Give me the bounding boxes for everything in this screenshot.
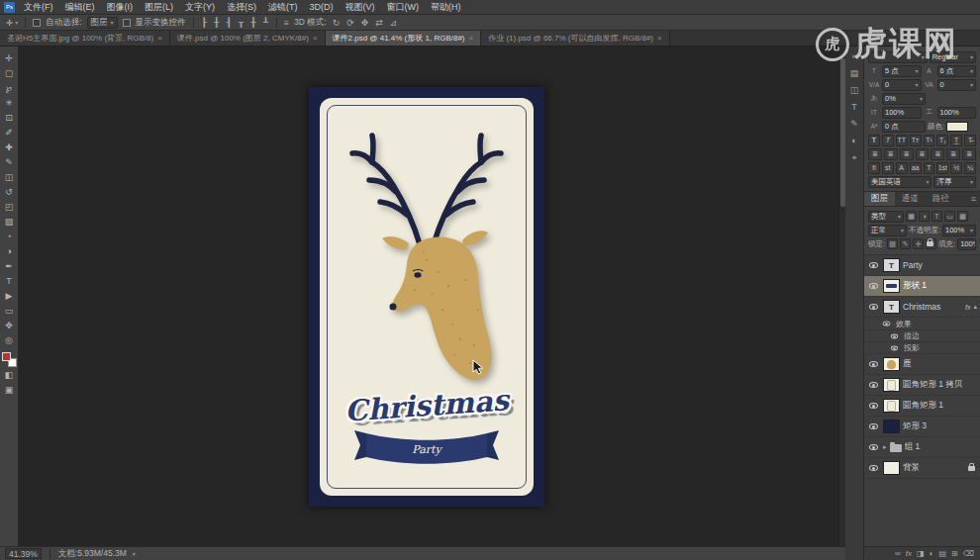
swash-button[interactable]: A: [896, 162, 908, 174]
close-icon[interactable]: ×: [657, 34, 662, 43]
menu-filter[interactable]: 滤镜(T): [262, 1, 304, 14]
3d-scale-button[interactable]: ⊿: [389, 18, 399, 28]
align-center-text-button[interactable]: ≣: [884, 148, 898, 160]
layer-name[interactable]: 鹿: [903, 358, 977, 370]
visibility-eye-icon[interactable]: [867, 465, 880, 471]
superscript-button[interactable]: T¹: [924, 135, 935, 146]
layer-row-party[interactable]: T Party: [864, 255, 980, 276]
3d-drag-button[interactable]: ✥: [360, 18, 370, 28]
3d-rotate-button[interactable]: ↻: [332, 18, 342, 28]
layer-row-shape-1-selected[interactable]: 形状 1: [864, 276, 980, 297]
3d-slide-button[interactable]: ⇄: [374, 18, 384, 28]
tab-channels[interactable]: 通道: [895, 192, 926, 206]
type-tool[interactable]: T: [1, 274, 18, 288]
close-icon[interactable]: ×: [157, 34, 162, 43]
menu-select[interactable]: 选择(S): [221, 1, 262, 14]
dark-shape-thumbnail[interactable]: [883, 420, 900, 433]
align-middle-v-button[interactable]: ╂: [249, 18, 256, 28]
opacity-input[interactable]: 100% ▾: [942, 225, 976, 236]
align-right-text-button[interactable]: ≣: [900, 148, 914, 160]
shape-layer-thumbnail[interactable]: [883, 399, 900, 413]
vertical-scale-input[interactable]: 100%: [882, 107, 922, 119]
pen-tool[interactable]: ✒: [1, 259, 18, 273]
layer-row-christmas[interactable]: T Christmas fx ▴: [864, 297, 980, 318]
menu-window[interactable]: 窗口(W): [381, 1, 426, 14]
layer-row-deer[interactable]: 鹿: [864, 354, 980, 375]
fractions-button[interactable]: ½: [950, 162, 962, 174]
visibility-eye-icon[interactable]: [867, 304, 880, 310]
menu-layer[interactable]: 图层(L): [139, 1, 179, 14]
font-size-select[interactable]: 5 点 ▾: [882, 65, 922, 77]
dock-panel-icon[interactable]: ⌖: [847, 151, 862, 163]
titling-alt-button[interactable]: T: [924, 162, 935, 174]
align-center-h-button[interactable]: ╂: [213, 18, 220, 28]
text-color-swatch[interactable]: [946, 122, 968, 132]
delete-layer-icon[interactable]: ⌫: [963, 549, 974, 558]
ordinals-button[interactable]: 1st: [936, 162, 948, 174]
layer-row-background[interactable]: 背景: [864, 458, 980, 479]
hand-tool[interactable]: ✥: [1, 319, 18, 332]
fx-badge[interactable]: fx: [965, 304, 970, 311]
close-icon[interactable]: ×: [313, 34, 318, 43]
auto-select-checkbox[interactable]: [33, 19, 41, 27]
history-brush-tool[interactable]: ↺: [1, 185, 18, 199]
menu-image[interactable]: 图像(I): [101, 1, 140, 14]
layer-mask-icon[interactable]: ◨: [917, 549, 925, 558]
layer-name[interactable]: 矩形 3: [903, 420, 977, 432]
background-layer-thumbnail[interactable]: [883, 461, 900, 475]
leading-select[interactable]: 6 点 ▾: [937, 65, 977, 77]
layer-row-rounded-rect-copy[interactable]: 圆角矩形 1 拷贝: [864, 375, 980, 396]
chevron-right-icon[interactable]: ▸: [883, 443, 887, 451]
horizontal-scale-input[interactable]: 100%: [937, 107, 977, 119]
layer-name[interactable]: 圆角矩形 1: [903, 400, 977, 412]
layer-name[interactable]: Party: [903, 260, 977, 270]
tab-paths[interactable]: 路径: [926, 192, 956, 206]
drop-shadow-effect-row[interactable]: 投影: [864, 342, 980, 354]
visibility-eye-icon[interactable]: [867, 382, 880, 388]
stylistic-alt-button[interactable]: aa: [910, 162, 922, 174]
screen-mode-button[interactable]: ▣: [1, 383, 18, 397]
layer-row-rect-3[interactable]: 矩形 3: [864, 417, 980, 437]
menu-view[interactable]: 视图(V): [340, 1, 381, 14]
close-icon[interactable]: ×: [469, 34, 474, 43]
adjustment-layer-icon[interactable]: ◐: [930, 549, 934, 558]
status-menu-arrow-icon[interactable]: ▾: [133, 550, 136, 557]
strikethrough-button[interactable]: T̶: [964, 135, 976, 146]
menu-type[interactable]: 文字(Y): [179, 1, 221, 14]
path-select-tool[interactable]: ▶: [1, 289, 18, 303]
layer-filter-select[interactable]: 类型 ▾: [868, 211, 904, 223]
shape-tool[interactable]: ▭: [1, 304, 18, 318]
dock-panel-icon[interactable]: T: [847, 101, 862, 113]
layer-name[interactable]: 圆角矩形 1 拷贝: [903, 379, 977, 391]
zoom-level-input[interactable]: 41.39%: [5, 548, 42, 559]
lasso-tool[interactable]: ℘: [1, 81, 18, 95]
font-style-select[interactable]: Regular ▾: [930, 51, 976, 63]
align-top-button[interactable]: ┰: [238, 18, 245, 28]
3d-roll-button[interactable]: ⟳: [345, 18, 355, 28]
new-layer-icon[interactable]: ⊞: [951, 549, 958, 558]
image-layer-thumbnail[interactable]: [883, 357, 900, 371]
small-caps-button[interactable]: Tᴛ: [910, 135, 922, 146]
lock-all-button[interactable]: [926, 238, 936, 249]
text-layer-thumbnail[interactable]: T: [883, 300, 900, 314]
lock-transparency-button[interactable]: ▨: [887, 238, 898, 249]
align-left-text-button[interactable]: ≣: [868, 148, 882, 160]
layer-name[interactable]: 形状 1: [903, 280, 977, 292]
visibility-eye-icon[interactable]: [867, 444, 880, 450]
gradient-tool[interactable]: ▧: [1, 215, 18, 229]
filter-adjustment-layers-icon[interactable]: ◑: [919, 211, 930, 222]
marquee-tool[interactable]: ▢: [1, 66, 18, 80]
move-tool[interactable]: ✛: [1, 51, 18, 65]
quick-select-tool[interactable]: ✳: [1, 96, 18, 110]
dock-panel-icon[interactable]: ▤: [847, 67, 862, 79]
vertical-scrollbar[interactable]: [838, 47, 845, 546]
show-transform-checkbox[interactable]: [123, 19, 131, 27]
layer-style-icon[interactable]: fx: [906, 549, 912, 558]
tool-preset-picker[interactable]: ✛ ▾: [6, 18, 18, 28]
tracking-select[interactable]: 0 ▾: [937, 79, 977, 91]
tsume-select[interactable]: 0% ▾: [882, 93, 926, 105]
dock-panel-icon[interactable]: ◫: [847, 84, 862, 96]
visibility-eye-icon[interactable]: [867, 423, 880, 429]
text-layer-thumbnail[interactable]: T: [883, 258, 900, 272]
clone-stamp-tool[interactable]: ◫: [1, 170, 18, 184]
